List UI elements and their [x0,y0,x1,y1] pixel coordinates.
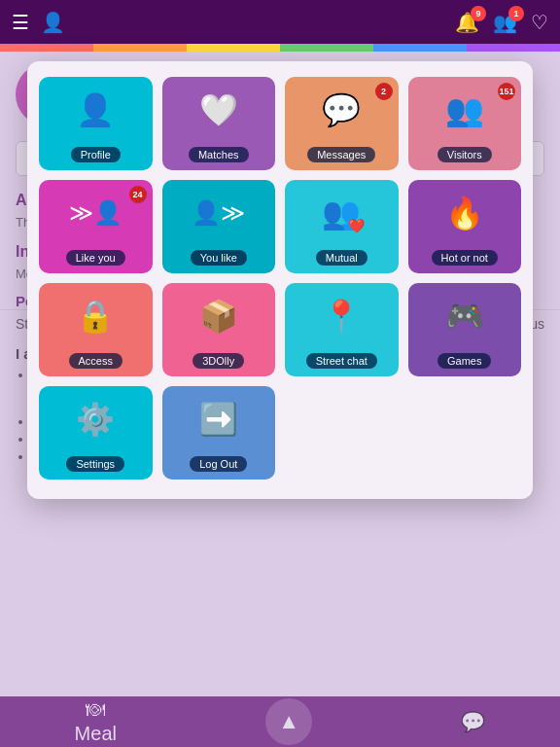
color-tab-4 [280,44,373,52]
settings-menu-label: Settings [66,456,124,472]
menu-item-mutual[interactable]: 👥❤️ Mutual [285,180,399,273]
logout-menu-icon: ➡️ [199,386,238,452]
menu-item-profile[interactable]: 👤 Profile [39,77,153,170]
like-you-badge: 24 [129,186,147,203]
messages-menu-icon: 💬 [322,77,361,143]
games-menu-icon: 🎮 [445,283,484,349]
visitors-menu-label: Visitors [438,147,492,162]
messages-badge: 2 [375,83,393,100]
menu-item-settings[interactable]: ⚙️ Settings [39,386,153,480]
games-menu-label: Games [438,353,491,369]
menu-item-like-you[interactable]: 24 ≫👤 Like you [39,180,153,273]
notifications-icon[interactable]: 🔔 9 [455,11,479,34]
mutual-menu-icon: 👥❤️ [322,180,361,246]
hot-or-not-menu-icon: 🔥 [445,180,484,246]
you-like-menu-label: You like [191,250,247,266]
menu-item-games[interactable]: 🎮 Games [408,283,522,376]
access-menu-label: Access [69,353,122,369]
color-tab-6 [467,44,560,52]
you-like-menu-icon: 👤≫ [192,180,245,246]
street-chat-menu-label: Street chat [306,353,377,369]
profile-menu-label: Profile [71,147,121,162]
color-tab-2 [93,44,187,52]
heart-icon[interactable]: ♡ [531,11,548,34]
menu-item-matches[interactable]: 🤍 Matches [162,77,276,170]
menu-modal: 👤 Profile 🤍 Matches 2 💬 Messages 151 👥 V… [27,61,533,499]
matches-menu-label: Matches [189,147,249,162]
menu-grid: 👤 Profile 🤍 Matches 2 💬 Messages 151 👥 V… [39,77,521,480]
menu-item-messages[interactable]: 2 💬 Messages [285,77,399,170]
top-bar-right: 🔔 9 👥 1 ♡ [455,11,548,34]
3dolly-menu-label: 3DOlly [192,353,244,369]
street-chat-menu-icon: 📍 [322,283,361,349]
menu-item-you-like[interactable]: 👤≫ You like [162,180,276,273]
color-tab-1 [0,44,93,52]
notifications-badge: 9 [471,6,486,21]
top-bar-left: ☰ 👤 [12,11,65,34]
color-tabs [0,44,560,52]
logout-menu-label: Log Out [190,456,247,472]
menu-item-street-chat[interactable]: 📍 Street chat [285,283,399,376]
messages-menu-label: Messages [307,147,375,162]
access-menu-icon: 🔒 [76,283,115,349]
menu-item-hot-or-not[interactable]: 🔥 Hot or not [408,180,522,273]
menu-item-access[interactable]: 🔒 Access [39,283,153,376]
hot-or-not-menu-label: Hot or not [432,250,498,266]
color-tab-3 [187,44,280,52]
menu-overlay: 👤 Profile 🤍 Matches 2 💬 Messages 151 👥 V… [0,52,560,747]
3dolly-menu-icon: 📦 [199,283,238,349]
like-you-menu-icon: ≫👤 [69,180,122,246]
profile-menu-icon: 👤 [76,77,115,143]
user-icon[interactable]: 👤 [41,11,65,34]
menu-item-3dolly[interactable]: 📦 3DOlly [162,283,276,376]
matches-menu-icon: 🤍 [199,77,238,143]
top-bar: ☰ 👤 🔔 9 👥 1 ♡ [0,0,560,44]
color-tab-5 [373,44,467,52]
menu-item-visitors[interactable]: 151 👥 Visitors [408,77,522,170]
visitors-menu-icon: 👥 [445,77,484,143]
like-you-menu-label: Like you [66,250,125,266]
hamburger-icon[interactable]: ☰ [12,11,29,34]
mutual-menu-label: Mutual [316,250,368,266]
friends-icon[interactable]: 👥 1 [493,11,517,34]
menu-item-logout[interactable]: ➡️ Log Out [162,386,276,480]
visitors-badge: 151 [498,83,515,100]
settings-menu-icon: ⚙️ [76,386,115,452]
friends-badge: 1 [508,6,524,21]
